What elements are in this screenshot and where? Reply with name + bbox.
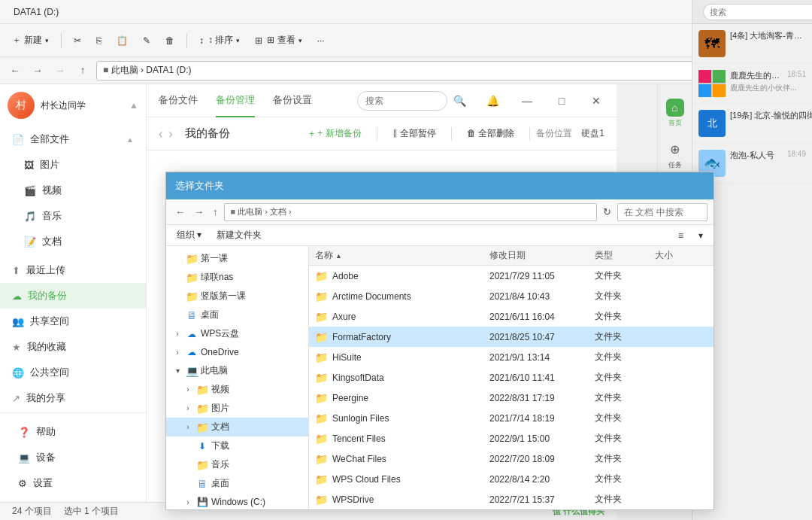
copy-button[interactable]: ⎘ — [90, 32, 108, 49]
pause-all-button[interactable]: ‖ 全部暂停 — [383, 123, 445, 144]
fp-forward-button[interactable]: → — [191, 205, 207, 219]
file-size — [655, 493, 707, 506]
cloud-nav-all-files[interactable]: 📄 全部文件 ▲ — [0, 126, 146, 152]
new-dropdown-icon: ▾ — [45, 37, 49, 44]
tab-backup-settings[interactable]: 备份设置 — [273, 84, 312, 117]
backup-maximize-button[interactable]: □ — [553, 93, 570, 109]
download-icon: ⬇ — [196, 440, 208, 452]
col-name-header[interactable]: 名称 ▲ — [315, 249, 489, 262]
fp-tree-item-windows-c[interactable]: › 💾 Windows (C:) — [166, 493, 308, 509]
forward-button[interactable]: → — [29, 62, 47, 80]
file-picker-title: 选择文件夹 — [175, 179, 224, 193]
file-type: 文件夹 — [595, 432, 655, 445]
sidebar-home[interactable]: ⌂ 首页 — [660, 93, 690, 132]
cloud-nav-shared-space[interactable]: 👥 共享空间 — [0, 309, 146, 334]
file-row-5[interactable]: 📁 KingsoftData 2021/6/10 11:41 文件夹 — [309, 367, 714, 388]
tab-backup-management[interactable]: 备份管理 — [216, 84, 255, 117]
back-button[interactable]: ← — [6, 62, 24, 80]
chat-time-4: 18:49 — [787, 150, 806, 161]
delete-all-button[interactable]: 🗑 全部删除 — [458, 123, 523, 144]
fp-tree-item-downloads[interactable]: ⬇ 下载 — [166, 436, 308, 455]
fp-tree-item-computer[interactable]: ▾ 💻 此电脑 — [166, 361, 308, 380]
cloud-nav-recent[interactable]: ⬆ 最近上传 — [0, 257, 146, 283]
file-row-10[interactable]: 📁 WPS Cloud Files 2022/8/14 2:20 文件夹 — [309, 469, 714, 489]
file-row-2[interactable]: 📁 Axure 2021/6/11 16:04 文件夹 — [309, 306, 714, 327]
cloud-nav-my-backup[interactable]: ☁ 我的备份 — [0, 283, 146, 309]
fp-tree-item-onedrive[interactable]: › ☁ OneDrive — [166, 343, 308, 361]
fp-tree-item-desktop[interactable]: 🖥 桌面 — [166, 306, 308, 324]
cut-button[interactable]: ✂ — [68, 32, 87, 49]
view-button[interactable]: ⊞ ⊞ 查看 ▾ — [249, 31, 308, 50]
cloud-nav-images[interactable]: 🖼 图片 — [0, 152, 146, 178]
fp-tree-item-documents[interactable]: › 📁 文档 — [166, 418, 308, 436]
file-type: 文件夹 — [595, 452, 655, 465]
file-name: HiSuite — [332, 352, 362, 363]
file-row-6[interactable]: 📁 Peergine 2022/8/31 17:19 文件夹 — [309, 388, 714, 408]
forward-button2[interactable]: → — [51, 62, 69, 80]
sidebar-tasks[interactable]: ⊕ 任务 — [660, 135, 690, 175]
cloud-nav-videos[interactable]: 🎬 视频 — [0, 178, 146, 203]
fp-organize-button[interactable]: 组织 ▾ — [172, 227, 206, 243]
tab-backup-files[interactable]: 备份文件 — [159, 84, 198, 117]
paste-button[interactable]: 📋 — [111, 32, 134, 49]
file-row-11[interactable]: 📁 WPSDrive 2022/7/21 15:37 文件夹 — [309, 489, 714, 509]
wechat-search-input[interactable] — [703, 4, 812, 20]
fp-back-button[interactable]: ← — [172, 205, 188, 219]
chat-item-1[interactable]: 🗺 [4条] 大地淘客-青岛: 大... — [692, 24, 812, 64]
add-backup-button[interactable]: + + 新增备份 — [300, 123, 370, 144]
backup-search-input[interactable] — [357, 91, 447, 111]
fp-tree-item-vertical[interactable]: 📁 竖版第一课 — [166, 287, 308, 306]
backup-forward-button[interactable]: › — [168, 127, 172, 141]
file-row-8[interactable]: 📁 Tencent Files 2022/9/1 15:00 文件夹 — [309, 428, 714, 449]
fp-tree-item-videos[interactable]: › 📁 视频 — [166, 380, 308, 399]
fp-tree-item-music[interactable]: 📁 音乐 — [166, 455, 308, 474]
backup-close-button[interactable]: ✕ — [588, 93, 604, 109]
fp-view-toggle-button[interactable]: ≡ — [674, 229, 688, 242]
file-row-0[interactable]: 📁 Adobe 2021/7/29 11:05 文件夹 — [309, 266, 714, 286]
col-type-header[interactable]: 类型 — [595, 249, 655, 262]
backup-back-button[interactable]: ‹ — [159, 127, 162, 141]
backup-minimize-button2[interactable]: — — [519, 93, 535, 109]
cloud-nav-docs[interactable]: 📝 文档 — [0, 229, 146, 254]
cloud-nav-help[interactable]: ❓ 帮助 — [6, 419, 140, 445]
cloud-nav-music[interactable]: 🎵 音乐 — [0, 203, 146, 229]
fp-tree-item-lv-nas[interactable]: 📁 绿联nas — [166, 268, 308, 287]
address-input[interactable]: ■ 此电脑 › DATA1 (D:) — [96, 61, 783, 81]
file-row-3[interactable]: 📁 FormatFactory 2021/8/25 10:47 文件夹 — [309, 327, 714, 347]
expand-icon: › — [183, 497, 193, 507]
cloud-nav-device[interactable]: 💻 设备 — [6, 445, 140, 470]
status-count: 24 个项目 — [12, 505, 52, 518]
file-row-4[interactable]: 📁 HiSuite 2021/9/1 13:14 文件夹 — [309, 347, 714, 367]
col-date-header[interactable]: 修改日期 — [489, 249, 595, 262]
rename-button[interactable]: ✎ — [137, 32, 156, 49]
fp-tree-item-desktop2[interactable]: 🖥 桌面 — [166, 474, 308, 493]
fp-search-input[interactable] — [617, 203, 707, 221]
new-button[interactable]: ＋ 新建 ▾ — [6, 31, 55, 50]
sort-button[interactable]: ↕ ↕ 排序 ▾ — [193, 31, 246, 50]
fp-refresh-button[interactable]: ↻ — [600, 205, 614, 219]
fp-address-bar[interactable]: ■ 此电脑 › 文档 › — [224, 203, 598, 221]
cloud-nav-settings[interactable]: ⚙ 设置 — [6, 470, 140, 496]
file-row-7[interactable]: 📁 Sunlogin Files 2021/7/14 18:19 文件夹 — [309, 408, 714, 428]
cloud-nav-favorites[interactable]: ★ 我的收藏 — [0, 334, 146, 360]
fp-tree-item-wps-cloud[interactable]: › ☁ WPS云盘 — [166, 324, 308, 343]
chat-item-3[interactable]: 北 [19条] 北京-愉悦的四街-... — [692, 104, 812, 144]
fp-tree-item-pictures[interactable]: › 📁 图片 — [166, 399, 308, 418]
file-row-9[interactable]: 📁 WeChat Files 2022/7/20 18:09 文件夹 — [309, 449, 714, 469]
fp-up-button[interactable]: ↑ — [210, 205, 221, 219]
cloud-nav-my-share[interactable]: ↗ 我的分享 — [0, 385, 146, 411]
delete-button[interactable]: 🗑 — [159, 32, 180, 49]
chat-item-2[interactable]: 鹿鹿先生的小伙伴... 18:51 鹿鹿先生的小伙伴... — [692, 64, 812, 104]
more-button[interactable]: ··· — [311, 32, 331, 49]
fp-tree-item-first[interactable]: 📁 第一课 — [166, 249, 308, 268]
col-size-header[interactable]: 大小 — [655, 249, 707, 262]
myshare-icon: ↗ — [12, 393, 20, 404]
file-list: 📁 Adobe 2021/7/29 11:05 文件夹 📁 Arctime Do… — [309, 266, 714, 509]
cloud-user-arrow: ▲ — [129, 100, 138, 111]
up-button[interactable]: ↑ — [74, 62, 92, 80]
fp-view-options-button[interactable]: ▾ — [694, 229, 707, 242]
backup-minimize-button[interactable]: 🔔 — [484, 93, 501, 109]
file-row-1[interactable]: 📁 Arctime Documents 2021/8/4 10:43 文件夹 — [309, 286, 714, 306]
cloud-nav-public[interactable]: 🌐 公共空间 — [0, 360, 146, 385]
fp-new-folder-button[interactable]: 新建文件夹 — [212, 227, 266, 243]
